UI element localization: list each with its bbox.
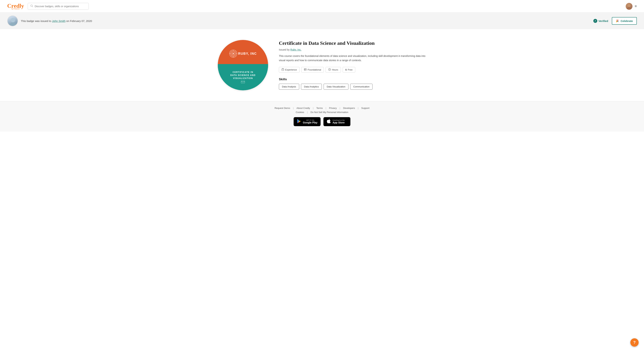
footer-cookies[interactable]: Cookies xyxy=(296,111,304,114)
skills-heading: Skills xyxy=(279,78,426,81)
search-icon xyxy=(30,5,33,8)
app-buttons: GET IT ON Google Play Download on the Ap… xyxy=(7,117,637,126)
footer-links2: Cookies | Do Not Sell My Personal Inform… xyxy=(7,111,637,114)
menu-icon[interactable]: ≡ xyxy=(635,4,637,8)
footer-developers[interactable]: Developers xyxy=(343,107,355,109)
app-store-text: Download on the App Store xyxy=(332,119,345,124)
issued-right: ✓ Verified 🎉 Celebrate xyxy=(593,17,637,25)
apple-icon xyxy=(327,119,330,124)
issuer-link[interactable]: Ruby, Inc. xyxy=(290,48,302,51)
badge-title-visual: CERTIFICATE IN DATA SCIENCE AND VISUALIZ… xyxy=(230,71,256,80)
experience-icon xyxy=(282,68,284,71)
celebrate-icon: 🎉 xyxy=(616,19,619,23)
issued-left: This badge was issued to John Smith on F… xyxy=(7,16,92,26)
google-play-text: GET IT ON Google Play xyxy=(303,119,318,124)
svg-point-11 xyxy=(233,53,234,54)
recipient-link[interactable]: John Smith xyxy=(52,20,66,23)
badge-email-icon xyxy=(241,81,245,84)
tag-foundational-label: Foundational xyxy=(308,68,321,71)
search-input[interactable] xyxy=(35,5,86,8)
svg-point-3 xyxy=(627,7,632,10)
issued-banner: This badge was issued to John Smith on F… xyxy=(0,13,644,29)
skills-section: Skills Data Analysis Data Analytics Data… xyxy=(279,78,426,90)
footer-do-not-sell[interactable]: Do Not Sell My Personal Information xyxy=(310,111,348,114)
svg-rect-20 xyxy=(304,69,305,70)
main-content: RUBY, INC CERTIFICATE IN DATA SCIENCE AN… xyxy=(196,29,448,101)
issued-text: This badge was issued to John Smith on F… xyxy=(21,20,92,23)
celebrate-button[interactable]: 🎉 Celebrate xyxy=(612,17,637,25)
footer: Request Demo | About Credly | Terms | Pr… xyxy=(0,101,644,131)
tag-hours: Hours xyxy=(326,67,341,73)
google-play-icon xyxy=(297,119,301,124)
badge-title-heading: Certificate in Data Science and Visualiz… xyxy=(279,40,426,46)
verified-check-icon: ✓ xyxy=(593,19,597,23)
badge-circle: RUBY, INC CERTIFICATE IN DATA SCIENCE AN… xyxy=(218,40,268,90)
skills-list: Data Analysis Data Analytics Data Visual… xyxy=(279,84,426,90)
badge-bottom: CERTIFICATE IN DATA SCIENCE AND VISUALIZ… xyxy=(218,64,268,90)
recipient-avatar xyxy=(7,16,18,26)
hours-icon xyxy=(328,68,331,71)
badge-org: RUBY, INC xyxy=(238,52,257,56)
footer-terms[interactable]: Terms xyxy=(316,107,323,109)
badge-ring-icon xyxy=(229,50,237,58)
header-right: ≡ xyxy=(626,3,637,10)
foundational-icon xyxy=(304,68,306,71)
badge-description: This course covers the foundational elem… xyxy=(279,54,426,63)
tag-experience: Experience xyxy=(279,67,300,73)
avatar[interactable] xyxy=(626,3,632,10)
tag-free: $ Free xyxy=(343,67,355,73)
footer-support[interactable]: Support xyxy=(361,107,370,109)
free-icon: $ xyxy=(345,68,346,71)
badge-tags: Experience Foundational xyxy=(279,67,426,73)
tag-experience-label: Experience xyxy=(285,68,297,71)
svg-rect-17 xyxy=(282,69,284,71)
issued-by: Issued by Ruby, Inc. xyxy=(279,48,426,51)
header: Credly by Pearson ≡ xyxy=(0,0,644,13)
credly-logo[interactable]: Credly by Pearson xyxy=(7,3,24,10)
svg-line-1 xyxy=(32,6,33,7)
skill-data-analysis: Data Analysis xyxy=(279,84,299,90)
tag-foundational: Foundational xyxy=(301,67,324,73)
skill-data-visualization: Data Visualization xyxy=(324,84,348,90)
header-left: Credly by Pearson xyxy=(7,3,89,10)
tag-hours-label: Hours xyxy=(332,68,338,71)
app-store-button[interactable]: Download on the App Store xyxy=(324,117,350,126)
footer-about[interactable]: About Credly xyxy=(296,107,310,109)
search-bar[interactable] xyxy=(28,3,89,10)
footer-privacy[interactable]: Privacy xyxy=(329,107,337,109)
footer-request-demo[interactable]: Request Demo xyxy=(274,107,290,109)
badge-visual: RUBY, INC CERTIFICATE IN DATA SCIENCE AN… xyxy=(218,40,268,90)
skill-communication: Communication xyxy=(350,84,372,90)
badge-top: RUBY, INC xyxy=(218,40,268,68)
tag-free-label: Free xyxy=(348,68,352,71)
svg-point-5 xyxy=(11,18,15,22)
google-play-button[interactable]: GET IT ON Google Play xyxy=(294,117,321,126)
svg-point-2 xyxy=(628,4,630,7)
svg-point-6 xyxy=(10,23,16,26)
svg-line-25 xyxy=(330,69,330,70)
footer-links: Request Demo | About Credly | Terms | Pr… xyxy=(7,107,637,109)
badge-info: Certificate in Data Science and Visualiz… xyxy=(279,40,426,90)
skill-data-analytics: Data Analytics xyxy=(301,84,322,90)
verified-badge: ✓ Verified xyxy=(593,19,608,23)
